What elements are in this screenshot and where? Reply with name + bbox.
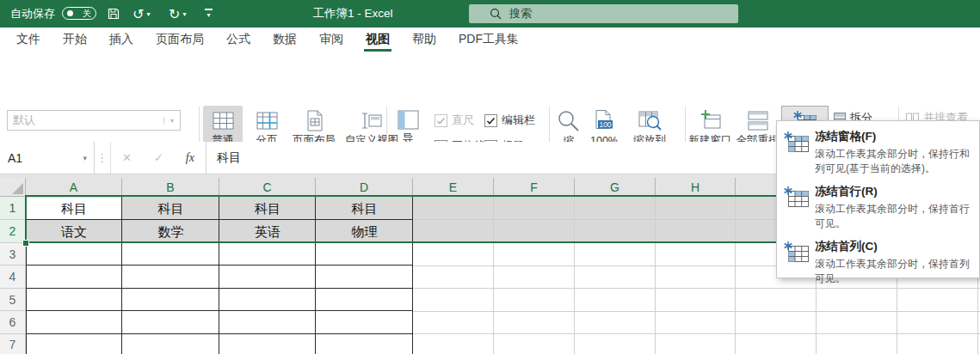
table-border bbox=[26, 243, 27, 354]
menu-item-freeze-panes[interactable]: 冻结窗格(F) 滚动工作表其余部分时，保持行和列可见(基于当前的选择)。 bbox=[777, 125, 979, 180]
row-header-1[interactable]: 1 bbox=[0, 197, 26, 220]
formula-bar-buttons: ✕ ✓ fx bbox=[110, 142, 206, 174]
cancel-icon[interactable]: ✕ bbox=[122, 151, 132, 164]
col-header-A[interactable]: A bbox=[26, 178, 122, 197]
tab-view[interactable]: 视图 bbox=[354, 27, 401, 52]
search-placeholder: 搜索 bbox=[509, 6, 532, 21]
freeze-top-row-icon bbox=[783, 184, 815, 231]
col-header-F[interactable]: F bbox=[494, 178, 575, 197]
freeze-panes-icon bbox=[783, 129, 815, 176]
zoom-icon bbox=[557, 109, 581, 133]
toggle-dot-icon bbox=[67, 10, 73, 16]
chevron-down-icon[interactable]: ▾ bbox=[83, 154, 94, 162]
formula-bar-checkbox[interactable]: 编辑栏 bbox=[484, 113, 535, 128]
cell-D2[interactable]: 物理 bbox=[316, 220, 413, 243]
title-bar: 自动保存 关 ↺▾ ↻▾ ▾ 工作簿1 - Excel 搜索 bbox=[0, 0, 980, 27]
chevron-down-icon: ▾ bbox=[182, 10, 186, 18]
menu-item-title: 冻结首行(R) bbox=[815, 184, 971, 199]
menu-item-title: 冻结首列(C) bbox=[815, 239, 971, 254]
menu-item-freeze-top-row[interactable]: 冻结首行(R) 滚动工作表其余部分时，保持首行可见。 bbox=[777, 180, 979, 235]
autosave-label: 自动保存 bbox=[10, 0, 55, 27]
cell-C1[interactable]: 科目 bbox=[219, 197, 316, 220]
gridline bbox=[413, 311, 980, 312]
tab-pdf-tools[interactable]: PDF工具集 bbox=[447, 27, 530, 52]
checkbox-checked-icon bbox=[435, 114, 447, 127]
row-header-5[interactable]: 5 bbox=[0, 289, 26, 311]
cell-D1[interactable]: 科目 bbox=[316, 197, 413, 220]
line-icon bbox=[205, 9, 213, 10]
menu-item-freeze-first-column[interactable]: 冻结首列(C) 滚动工作表其余部分时，保持首列可见。 bbox=[777, 235, 979, 290]
cell-B1[interactable]: 科目 bbox=[122, 197, 219, 220]
checkbox-checked-icon bbox=[484, 114, 497, 127]
ribbon-tab-row: 文件 开始 插入 页面布局 公式 数据 审阅 视图 帮助 PDF工具集 bbox=[0, 27, 980, 52]
search-box[interactable]: 搜索 bbox=[469, 4, 738, 23]
formula-input[interactable]: 科目 bbox=[217, 142, 241, 174]
gridline bbox=[574, 197, 575, 354]
ruler-checkbox[interactable]: 直尺 bbox=[435, 113, 474, 128]
menu-item-description: 滚动工作表其余部分时，保持行和列可见(基于当前的选择)。 bbox=[815, 147, 971, 176]
new-window-icon bbox=[699, 109, 723, 132]
custom-views-icon bbox=[360, 109, 384, 132]
select-all-corner[interactable] bbox=[0, 178, 26, 197]
tab-file[interactable]: 文件 bbox=[5, 27, 52, 52]
row-header-4[interactable]: 4 bbox=[0, 266, 26, 289]
chevron-down-icon: ▾ bbox=[146, 10, 150, 18]
col-header-H[interactable]: H bbox=[656, 178, 736, 197]
sheet-view-selector[interactable]: 默认 ▾ bbox=[7, 110, 181, 131]
cell-A1[interactable]: 科目 bbox=[26, 197, 122, 220]
save-button[interactable] bbox=[107, 0, 120, 27]
cell-C2[interactable]: 英语 bbox=[219, 220, 316, 243]
document-title: 工作簿1 - Excel bbox=[275, 0, 430, 27]
customize-qat-button[interactable]: ▾ bbox=[205, 0, 213, 27]
table-border bbox=[26, 310, 413, 311]
sheet-view-value: 默认 bbox=[8, 113, 163, 128]
drag-dots-icon: ⋮ bbox=[96, 142, 108, 174]
navigation-icon bbox=[397, 109, 420, 131]
cell-A2[interactable]: 语文 bbox=[26, 220, 122, 243]
tab-data[interactable]: 数据 bbox=[262, 27, 308, 52]
selection-border bbox=[25, 195, 27, 243]
redo-icon: ↻ bbox=[169, 6, 180, 22]
col-header-G[interactable]: G bbox=[575, 178, 656, 197]
menu-item-description: 滚动工作表其余部分时，保持首列可见。 bbox=[815, 257, 971, 286]
search-icon bbox=[490, 8, 502, 20]
fill-handle[interactable] bbox=[22, 240, 29, 247]
gridline bbox=[655, 197, 656, 354]
page-break-preview-icon bbox=[256, 109, 279, 132]
tab-review[interactable]: 审阅 bbox=[308, 27, 354, 52]
row-header-7[interactable]: 7 bbox=[0, 334, 26, 354]
zoom-100-icon: 100 bbox=[591, 109, 617, 133]
tab-page-layout[interactable]: 页面布局 bbox=[145, 27, 215, 52]
chevron-down-icon: ▾ bbox=[163, 117, 180, 125]
redo-button[interactable]: ↻▾ bbox=[169, 0, 186, 27]
undo-icon: ↺ bbox=[133, 6, 144, 22]
normal-view-icon bbox=[212, 109, 235, 132]
table-border bbox=[26, 288, 413, 289]
tab-insert[interactable]: 插入 bbox=[98, 27, 145, 52]
col-header-D[interactable]: D bbox=[316, 178, 413, 197]
row-header-6[interactable]: 6 bbox=[0, 311, 26, 334]
col-header-E[interactable]: E bbox=[413, 178, 494, 197]
insert-function-icon[interactable]: fx bbox=[186, 151, 194, 165]
autosave-state: 关 bbox=[83, 9, 91, 18]
tab-formulas[interactable]: 公式 bbox=[215, 27, 262, 52]
zoom-to-selection-icon bbox=[638, 109, 663, 132]
page-layout-view-icon bbox=[303, 109, 326, 132]
freeze-panes-menu: 冻结窗格(F) 滚动工作表其余部分时，保持行和列可见(基于当前的选择)。 冻结首… bbox=[776, 120, 980, 278]
enter-icon[interactable]: ✓ bbox=[154, 151, 163, 164]
gridline bbox=[413, 333, 980, 334]
menu-item-description: 滚动工作表其余部分时，保持首行可见。 bbox=[815, 202, 971, 231]
autosave-toggle[interactable]: 关 bbox=[62, 7, 96, 20]
arrange-all-icon bbox=[746, 109, 770, 132]
col-header-C[interactable]: C bbox=[219, 178, 316, 197]
table-border bbox=[26, 265, 413, 266]
menu-item-title: 冻结窗格(F) bbox=[815, 129, 971, 144]
tab-help[interactable]: 帮助 bbox=[401, 27, 447, 52]
col-header-B[interactable]: B bbox=[122, 178, 219, 197]
tab-home[interactable]: 开始 bbox=[52, 27, 98, 52]
undo-button[interactable]: ↺▾ bbox=[133, 0, 150, 27]
cell-B2[interactable]: 数学 bbox=[122, 220, 219, 243]
name-box[interactable]: A1 ▾ bbox=[0, 142, 95, 174]
save-icon bbox=[107, 7, 120, 21]
gridline bbox=[735, 197, 736, 354]
